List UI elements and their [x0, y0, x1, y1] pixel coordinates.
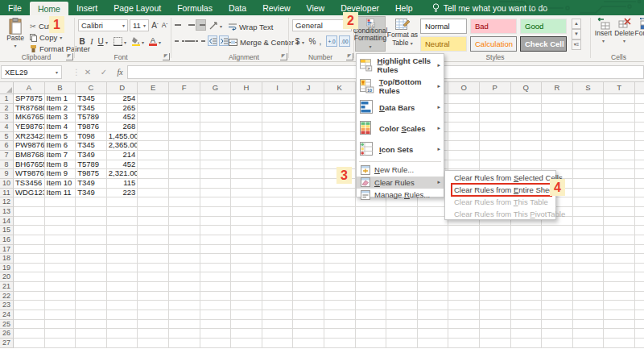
cell-partial[interactable]: [635, 197, 644, 207]
cell-partial[interactable]: [635, 301, 644, 310]
cell-R8[interactable]: [542, 160, 573, 170]
cell-O23[interactable]: [448, 301, 480, 310]
cell-O5[interactable]: [448, 132, 480, 142]
cell-R26[interactable]: [542, 329, 573, 339]
cell-K6[interactable]: [324, 141, 356, 151]
cell-O27[interactable]: [448, 339, 480, 348]
cell-B18[interactable]: [45, 254, 76, 264]
fill-color-caret-icon[interactable]: ▾: [142, 39, 144, 45]
cell-K1[interactable]: [324, 94, 356, 104]
cell-P5[interactable]: [480, 132, 511, 142]
cell-P3[interactable]: [480, 113, 511, 123]
cell-I8[interactable]: [262, 160, 294, 170]
row-header-1[interactable]: 1: [0, 94, 14, 104]
cell-T4[interactable]: [604, 123, 635, 132]
cell-D21[interactable]: [107, 282, 138, 292]
cell-H17[interactable]: [231, 245, 262, 255]
cell-P2[interactable]: [480, 104, 511, 114]
cell-S9[interactable]: [573, 169, 605, 179]
cell-A10[interactable]: TS3456: [14, 179, 45, 189]
cell-P19[interactable]: [480, 264, 511, 273]
cell-F10[interactable]: [169, 179, 200, 189]
cell-A4[interactable]: YE98767: [14, 123, 45, 132]
cell-C8[interactable]: T5789: [76, 160, 107, 170]
cell-A24[interactable]: [14, 310, 45, 320]
cell-R19[interactable]: [542, 264, 573, 273]
tab-home[interactable]: Home: [30, 2, 68, 15]
wrap-text-button[interactable]: Wrap Text: [229, 22, 273, 32]
cell-L20[interactable]: [356, 272, 387, 282]
cell-B26[interactable]: [45, 329, 76, 339]
cell-R21[interactable]: [542, 282, 573, 292]
cell-R4[interactable]: [542, 123, 573, 132]
cell-F3[interactable]: [169, 113, 200, 123]
cell-O4[interactable]: [448, 123, 480, 132]
cell-partial[interactable]: [635, 329, 644, 339]
cell-H14[interactable]: [231, 217, 262, 226]
cell-R23[interactable]: [542, 301, 573, 310]
row-header-23[interactable]: 23: [0, 301, 14, 310]
cell-G7[interactable]: [200, 151, 232, 160]
cell-E4[interactable]: [138, 123, 169, 132]
cell-F9[interactable]: [169, 169, 200, 179]
cell-S2[interactable]: [573, 104, 605, 114]
row-header-11[interactable]: 11: [0, 189, 14, 198]
cell-S4[interactable]: [573, 123, 605, 132]
cell-N17[interactable]: [418, 245, 449, 255]
cell-D20[interactable]: [107, 272, 138, 282]
cell-K12[interactable]: [324, 197, 356, 207]
cell-B13[interactable]: [45, 207, 76, 217]
cell-S1[interactable]: [573, 94, 605, 104]
cell-C10[interactable]: T349: [76, 179, 107, 189]
cell-C12[interactable]: [76, 197, 107, 207]
cell-Q22[interactable]: [511, 292, 543, 301]
cell-I22[interactable]: [262, 292, 294, 301]
column-header-G[interactable]: G: [200, 82, 232, 94]
row-header-25[interactable]: 25: [0, 320, 14, 330]
cell-E12[interactable]: [138, 197, 169, 207]
cell-O1[interactable]: [448, 94, 480, 104]
column-header-O[interactable]: O: [448, 82, 480, 94]
cell-H6[interactable]: [231, 141, 262, 151]
cell-I12[interactable]: [262, 197, 294, 207]
cell-G3[interactable]: [200, 113, 232, 123]
cell-partial[interactable]: [635, 207, 644, 217]
column-header-C[interactable]: C: [76, 82, 107, 94]
row-header-16[interactable]: 16: [0, 235, 14, 245]
cell-K5[interactable]: [324, 132, 356, 142]
cell-H4[interactable]: [231, 123, 262, 132]
cell-H16[interactable]: [231, 235, 262, 245]
column-header-partial[interactable]: [635, 82, 644, 94]
cell-R18[interactable]: [542, 254, 573, 264]
cell-D1[interactable]: 254: [107, 94, 138, 104]
cell-D4[interactable]: 268: [107, 123, 138, 132]
cell-I4[interactable]: [262, 123, 294, 132]
row-header-17[interactable]: 17: [0, 245, 14, 255]
cell-D22[interactable]: [107, 292, 138, 301]
row-header-22[interactable]: 22: [0, 292, 14, 301]
font-color-caret-icon[interactable]: ▾: [159, 39, 161, 45]
cell-B27[interactable]: [45, 339, 76, 348]
row-header-18[interactable]: 18: [0, 254, 14, 264]
cell-A8[interactable]: BH67655: [14, 160, 45, 170]
insert-function-button[interactable]: fx: [113, 65, 127, 79]
insert-cells-button[interactable]: Insert ▾: [593, 18, 613, 45]
cell-I25[interactable]: [262, 320, 294, 330]
cell-I18[interactable]: [262, 254, 294, 264]
row-header-14[interactable]: 14: [0, 217, 14, 226]
cell-H19[interactable]: [231, 264, 262, 273]
font-size-combo[interactable]: 11 ▾: [130, 19, 149, 31]
cell-partial[interactable]: [635, 235, 644, 245]
cell-K7[interactable]: [324, 151, 356, 160]
cell-G26[interactable]: [200, 329, 232, 339]
cell-O19[interactable]: [448, 264, 480, 273]
cell-E25[interactable]: [138, 320, 169, 330]
cell-H7[interactable]: [231, 151, 262, 160]
cell-C18[interactable]: [76, 254, 107, 264]
cell-P4[interactable]: [480, 123, 511, 132]
row-header-9[interactable]: 9: [0, 169, 14, 179]
cell-T17[interactable]: [604, 245, 635, 255]
cell-N24[interactable]: [418, 310, 449, 320]
cell-J5[interactable]: [293, 132, 324, 142]
top-align-icon[interactable]: [175, 19, 184, 31]
